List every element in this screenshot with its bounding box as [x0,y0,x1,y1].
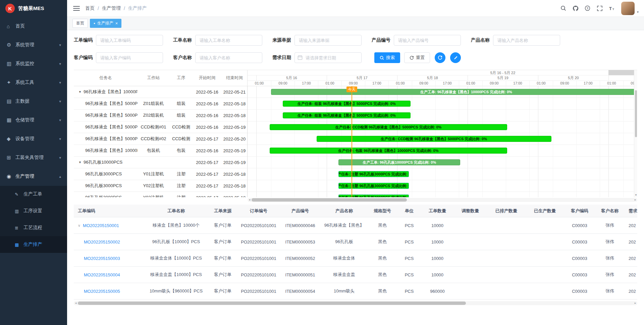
gantt-task-row[interactable]: 96孔孔板3000PCSY01注塑机注塑2022-05-172022-05-18 [74,168,247,180]
scroll-down-icon[interactable]: ▼ [634,193,638,197]
sidebar-item-fixture-mgmt[interactable]: ⊞工装夹具管理▾ [0,148,67,167]
search-icon[interactable] [558,3,569,14]
production-order-bar[interactable]: 生产工单: 96孔移液盒【黑色】10000PCS 完成比例: 0% [271,89,634,95]
product-name-input[interactable] [493,35,560,46]
work-orders-table: 工单编码工单名称工单来源订单编号产品编号产品名称规格型号单位工单数量调整数量已排… [74,205,637,300]
customer-name-input[interactable] [195,52,262,63]
help-icon[interactable]: ? [582,3,593,14]
table-row[interactable]: MO20220515000296孔孔板【10000】PCS客户订单PO20220… [74,234,637,250]
gantt-time-cell: 17:00 [435,81,459,86]
tab-production-scheduling[interactable]: ● 生产排产 × [90,19,121,28]
cell-spec: 黑色 [368,222,397,228]
order-name-input[interactable] [195,35,262,46]
scroll-left-icon[interactable]: ◂ [74,301,78,305]
sidebar-subitem-production-order[interactable]: ✎生产工单 [0,186,67,203]
avatar[interactable] [621,2,635,15]
product-code-input[interactable] [394,35,461,46]
gantt-date-cell: 5月 18 [397,75,468,81]
sidebar-item-system-mgmt[interactable]: ⚙系统管理▾ [0,36,67,54]
production-task-bar[interactable]: 生产任务: 包装 96孔移液盒【黑色】10000PCS 完成比例: 0% [270,148,507,154]
work-order-link[interactable]: MO202205150005 [84,289,120,294]
table-row[interactable]: MO202205150004移液盒盒盖【10000】PCS客户订单PO20220… [74,267,637,283]
production-task-bar[interactable]: 生产任务: CCD检测 96孔移液盒【黑色】5000PCS 完成比例: 0% [270,124,507,130]
gantt-task-row[interactable]: ▼96孔移液盒【黑色】10000PCS2022-05-162022-05-21 [74,86,247,98]
expand-triangle-icon[interactable]: ▼ [78,161,82,164]
refresh-circle-button[interactable] [435,52,445,63]
filter-product-name: 产品名称 [471,35,560,46]
gantt-task-row[interactable]: 96孔移液盒【黑色】10000PCS包装机包装2022-05-162022-05… [74,145,247,157]
source-doc-input[interactable] [294,35,362,46]
sidebar-item-home[interactable]: ⌂首页 [0,17,67,36]
sidebar-item-system-tools[interactable]: ✦系统工具▾ [0,73,67,92]
brand-logo[interactable]: K 苦糖果MES [0,0,67,17]
sidebar-subitem-process-flow[interactable]: ≣工艺流程 [0,219,67,236]
order-code-input[interactable] [96,35,163,46]
search-button[interactable]: 搜索 [374,52,400,63]
scrollbar-thumb[interactable] [635,90,637,137]
sidebar-item-system-monitor[interactable]: ▥系统监控▾ [0,54,67,73]
gantt-task-row[interactable]: 96孔孔板3000PCSY02注塑机注塑2022-05-172022-05-18 [74,180,247,192]
production-task-bar[interactable]: 生产任务: 注塑 96孔孔板3000PCS 完成比例: 0% [338,195,409,197]
scrollbar-thumb[interactable] [78,302,466,305]
caret-down-icon[interactable]: ▾ [637,10,639,15]
task-station-cell: CCD检测#01 [138,124,169,130]
production-task-bar[interactable]: 生产任务: 注塑 96孔孔板3000PCS 完成比例: 0% [338,171,409,177]
cell-cust_code: C00003 [564,223,595,228]
gantt-task-row[interactable]: 96孔移液盒【黑色】5000PCSCCD检测#02CCD检测2022-05-17… [74,133,247,145]
cell-name: 移液盒盒体【10000】PCS [144,255,208,261]
task-start-cell: 2022-05-16 [193,101,221,106]
sidebar-item-warehouse-mgmt[interactable]: ▦仓储管理▾ [0,111,67,129]
production-task-bar[interactable]: 生产任务: 组装 96孔移液盒【黑色】5000PCS 完成比例: 0% [283,101,411,107]
row-expand-chevron-icon[interactable]: ∨ [78,223,80,228]
production-task-bar[interactable]: 生产任务: 组装 96孔移液盒【黑色】5000PCS 完成比例: 0% [283,112,411,118]
cell-cust_code: C00003 [564,272,595,277]
sidebar-subitem-production-scheduling[interactable]: ▩生产排产 [0,236,67,253]
gantt-task-row[interactable]: 96孔移液盒【黑色】5000PCSZ02组装机组装2022-05-162022-… [74,110,247,121]
task-end-cell: 2022-05-18 [221,183,247,188]
table-row[interactable]: MO202205150003移液盒盒体【10000】PCS客户订单PO20220… [74,250,637,267]
gantt-vertical-scrollbar[interactable]: ▼ [634,70,637,197]
breadcrumb-home[interactable]: 首页 [85,5,95,11]
scroll-left-icon[interactable]: ◂ [248,198,252,202]
orders-col-header: 订单编号 [237,208,280,214]
demand-date-input[interactable] [294,52,362,63]
task-end-cell: 2022-05-19 [221,160,247,165]
reset-button[interactable]: 重置 [404,52,430,63]
github-icon[interactable] [570,3,581,14]
sidebar-item-device-mgmt[interactable]: ◆设备管理▾ [0,129,67,148]
sidebar-subitem-process-settings[interactable]: ▥工序设置 [0,203,67,219]
font-size-icon[interactable]: TT [606,3,617,14]
orders-col-header: 调整数量 [453,208,487,214]
fullscreen-icon[interactable] [594,3,605,14]
scrollbar-thumb[interactable] [252,198,407,202]
gantt-horizontal-scrollbar[interactable]: ◂ ▸ [248,198,637,202]
production-order-bar[interactable]: 生产工单: 96孔孔板10000PCS 完成比例: 0% [338,159,460,165]
tab-home[interactable]: 首页 [72,19,88,28]
edit-circle-button[interactable] [450,52,461,63]
work-order-link[interactable]: MO202205150004 [84,272,120,277]
gantt-chart: 任务名工作站工序开始时间结束时间 ▼96孔移液盒【黑色】10000PCS2022… [74,70,637,197]
task-start-cell: 2022-05-17 [193,137,221,142]
scroll-right-icon[interactable]: ▸ [633,198,637,202]
table-row[interactable]: ∨MO202205150001移液盒【黑色】10000个客户订单PO202205… [74,217,637,234]
close-icon[interactable]: × [115,21,118,25]
sidebar-item-production-mgmt[interactable]: ◉生产管理▴ [0,167,67,186]
sidebar-item-master-data[interactable]: ▤主数据▾ [0,92,67,111]
orders-horizontal-scrollbar[interactable]: ◂ ▸ [74,301,637,305]
table-row[interactable]: MO20220515000510mm吸头【960000】PCS客户订单PO202… [74,283,637,300]
breadcrumb-production-mgmt[interactable]: 生产管理 [102,5,121,11]
work-order-link[interactable]: MO202205150001 [83,223,119,228]
gantt-task-row[interactable]: 96孔移液盒【黑色】5000PCSCCD检测#01CCD检测2022-05-16… [74,121,247,133]
work-order-link[interactable]: MO202205150003 [84,256,120,261]
customer-code-input[interactable] [96,52,163,63]
gantt-task-row[interactable]: 96孔孔板3000PCSY03注塑机注塑2022-05-172022-05-18 [74,192,247,197]
gantt-task-row[interactable]: ▼96孔孔板10000PCS2022-05-172022-05-19 [74,157,247,168]
work-order-link[interactable]: MO202205150002 [84,239,120,245]
hamburger-icon[interactable] [73,6,80,11]
expand-triangle-icon[interactable]: ▼ [78,90,82,94]
cell-code: ∨MO202205150001 [74,223,144,228]
gantt-task-row[interactable]: 96孔移液盒【黑色】5000PCSZ01组装机组装2022-05-162022-… [74,98,247,110]
fixture-icon: ⊞ [7,155,15,161]
scroll-right-icon[interactable]: ▸ [633,301,637,305]
production-task-bar[interactable]: 生产任务: 注塑 96孔孔板3000PCS 完成比例: 0% [338,183,409,189]
